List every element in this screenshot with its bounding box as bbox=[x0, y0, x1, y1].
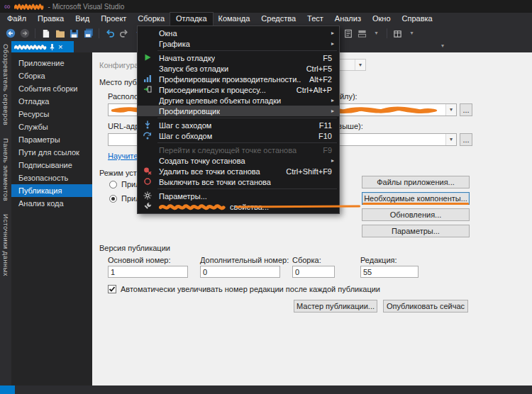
sidebar-item-signing[interactable]: Подписывание bbox=[11, 159, 92, 171]
document-tool-button[interactable] bbox=[342, 28, 354, 40]
sidebar-tab-toolbox[interactable]: Панель элементов bbox=[2, 138, 10, 201]
sidebar-item-code-analysis[interactable]: Анализ кода bbox=[11, 197, 92, 210]
save-button[interactable] bbox=[68, 28, 80, 40]
radio-offline-available[interactable] bbox=[109, 195, 117, 203]
build-version-input[interactable] bbox=[292, 266, 335, 278]
toolbar-right-group: ▾ ▾ bbox=[342, 26, 418, 41]
menu-item-performance-profiler[interactable]: Профилировщик производительности...Alt+F… bbox=[138, 74, 339, 84]
sidebar-item-settings[interactable]: Параметры bbox=[11, 133, 92, 146]
sidebar-item-publish[interactable]: Публикация bbox=[11, 184, 92, 197]
undo-icon bbox=[105, 28, 115, 38]
menu-item-start-debugging[interactable]: Начать отладкуF5 bbox=[138, 52, 339, 63]
major-version-input[interactable] bbox=[108, 266, 188, 278]
sidebar-tab-server-explorer[interactable]: Обозреватель серверов bbox=[2, 44, 10, 125]
menu-item-other-debug-targets[interactable]: Другие целевые объекты отладки▸ bbox=[138, 95, 339, 106]
navigate-back-button[interactable] bbox=[4, 28, 16, 40]
menu-separator bbox=[157, 118, 337, 118]
install-url-browse-button[interactable]: ... bbox=[460, 133, 472, 146]
menu-test[interactable]: Тест bbox=[301, 13, 329, 26]
save-all-button[interactable] bbox=[82, 28, 94, 40]
sidebar-item-security[interactable]: Безопасность bbox=[11, 171, 92, 184]
chevron-down-icon[interactable]: ▾ bbox=[445, 134, 456, 145]
toolbar-right-dropdown-button[interactable]: ▾ bbox=[370, 28, 382, 40]
new-file-icon bbox=[41, 29, 50, 38]
sidebar-item-application[interactable]: Приложение bbox=[11, 57, 92, 69]
toolbar-right-dropdown-button-2[interactable]: ▾ bbox=[406, 28, 418, 40]
status-accent-block[interactable] bbox=[0, 385, 15, 394]
save-icon bbox=[70, 29, 79, 38]
menu-debug[interactable]: Отладка bbox=[170, 13, 212, 26]
toolbar-separator bbox=[387, 28, 387, 38]
submenu-arrow-icon: ▸ bbox=[331, 97, 334, 103]
menu-item-profiler[interactable]: Профилировщик▸ bbox=[138, 106, 339, 116]
package-tool-button[interactable] bbox=[392, 28, 404, 40]
menu-team[interactable]: Команда bbox=[213, 13, 256, 26]
wrench-icon bbox=[143, 202, 152, 210]
auto-increment-checkbox[interactable] bbox=[108, 285, 116, 293]
document-icon bbox=[344, 29, 353, 38]
menu-view[interactable]: Вид bbox=[70, 13, 95, 26]
open-file-button[interactable] bbox=[54, 28, 66, 40]
publish-location-browse-button[interactable]: ... bbox=[460, 103, 472, 116]
publish-wizard-button[interactable]: Мастер публикации... bbox=[294, 300, 377, 313]
package-icon bbox=[393, 29, 402, 38]
options-button[interactable]: Параметры... bbox=[362, 225, 470, 237]
menu-file[interactable]: Файл bbox=[1, 13, 32, 26]
redo-icon bbox=[119, 28, 129, 38]
menu-window[interactable]: Окно bbox=[367, 13, 397, 26]
menu-item-delete-all-breakpoints[interactable]: Удалить все точки остановаCtrl+Shift+F9 bbox=[138, 166, 339, 176]
menu-item-disable-all-breakpoints[interactable]: Выключить все точки останова bbox=[138, 176, 339, 187]
sidebar-item-build[interactable]: Сборка bbox=[11, 69, 92, 82]
submenu-arrow-icon: ▸ bbox=[331, 30, 334, 36]
status-bar bbox=[0, 385, 532, 394]
new-file-button[interactable] bbox=[40, 28, 52, 40]
sidebar-item-reference-paths[interactable]: Пути для ссылок bbox=[11, 146, 92, 159]
revision-version-label: Редакция: bbox=[360, 256, 397, 264]
auto-increment-label[interactable]: Автоматически увеличивать номер редакции… bbox=[121, 285, 380, 293]
sidebar-item-debug[interactable]: Отладка bbox=[11, 95, 92, 108]
minor-version-input[interactable] bbox=[200, 266, 280, 278]
layers-tool-button[interactable] bbox=[356, 28, 368, 40]
chevron-down-icon[interactable]: ▾ bbox=[445, 104, 456, 116]
sidebar-tab-data-sources[interactable]: Источники данных bbox=[2, 214, 10, 276]
active-document-tab[interactable]: × bbox=[11, 41, 74, 52]
updates-button[interactable]: Обновления... bbox=[362, 208, 470, 221]
pin-icon[interactable] bbox=[49, 43, 55, 51]
publish-version-heading: Версия публикации bbox=[99, 244, 170, 252]
menu-separator bbox=[157, 142, 337, 143]
redo-button[interactable] bbox=[118, 28, 130, 40]
radio-online-only[interactable] bbox=[109, 181, 117, 188]
revision-version-input[interactable] bbox=[360, 266, 419, 278]
undo-button[interactable] bbox=[104, 28, 116, 40]
menu-item-step-over[interactable]: Шаг с обходомF10 bbox=[138, 130, 339, 141]
sidebar-item-services[interactable]: Службы bbox=[11, 120, 92, 133]
menu-build[interactable]: Сборка bbox=[132, 13, 170, 26]
menu-item-step-into[interactable]: Шаг с заходомF11 bbox=[138, 120, 339, 130]
menu-item-windows[interactable]: Окна▸ bbox=[138, 28, 339, 38]
sidebar-item-build-events[interactable]: События сборки bbox=[11, 82, 92, 95]
menu-analyze[interactable]: Анализ bbox=[329, 13, 367, 26]
menu-edit[interactable]: Правка bbox=[32, 13, 70, 26]
chevron-down-icon: ▾ bbox=[410, 30, 413, 36]
menu-item-attach-to-process[interactable]: Присоединиться к процессу...Ctrl+Alt+P bbox=[138, 84, 339, 95]
sidebar-item-resources[interactable]: Ресурсы bbox=[11, 108, 92, 120]
chevron-down-icon: ▾ bbox=[355, 60, 365, 70]
menu-item-graphics[interactable]: Графика▸ bbox=[138, 38, 339, 49]
menu-item-options[interactable]: Параметры... bbox=[138, 191, 339, 201]
application-files-button[interactable]: Файлы приложения... bbox=[362, 176, 470, 188]
navigate-forward-button[interactable] bbox=[18, 28, 31, 40]
menu-item-new-breakpoint[interactable]: Создать точку останова▸ bbox=[138, 155, 339, 166]
menu-item-start-without-debugging[interactable]: Запуск без отладкиCtrl+F5 bbox=[138, 63, 339, 74]
start-debug-icon bbox=[143, 53, 152, 62]
menu-tools[interactable]: Средства bbox=[255, 13, 301, 26]
menu-help[interactable]: Справка bbox=[397, 13, 438, 26]
docwell-dropdown-icon[interactable]: ▾ bbox=[441, 43, 444, 49]
check-icon bbox=[109, 286, 116, 293]
major-version-label: Основной номер: bbox=[108, 256, 171, 264]
menu-project[interactable]: Проект bbox=[95, 13, 132, 26]
performance-profiler-icon bbox=[143, 74, 152, 83]
close-icon[interactable]: × bbox=[58, 43, 62, 51]
submenu-arrow-icon: ▸ bbox=[331, 157, 334, 164]
vs-logo-icon: ∞ bbox=[4, 0, 11, 13]
publish-now-button[interactable]: Опубликовать сейчас bbox=[383, 300, 468, 313]
